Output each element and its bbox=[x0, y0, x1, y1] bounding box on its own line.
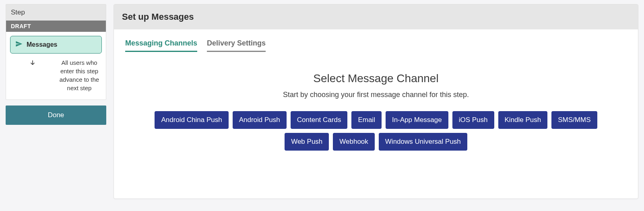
advance-note: All users who enter this step advance to… bbox=[10, 54, 102, 95]
channel-in-app-message[interactable]: In-App Message bbox=[386, 111, 448, 129]
messages-step[interactable]: Messages bbox=[10, 36, 102, 54]
arrow-down-icon bbox=[11, 58, 54, 68]
messages-step-label: Messages bbox=[27, 41, 58, 48]
main-panel: Set up Messages Messaging Channels Deliv… bbox=[114, 4, 638, 199]
sidebar-inner: Messages All users who enter this step a… bbox=[6, 32, 106, 99]
channel-android-china-push[interactable]: Android China Push bbox=[155, 111, 228, 129]
sidebar: Step DRAFT Messages All users who enter … bbox=[6, 4, 106, 211]
channel-section-subtitle: Start by choosing your first message cha… bbox=[125, 91, 627, 99]
advance-note-text: All users who enter this step advance to… bbox=[58, 58, 101, 92]
paper-plane-icon bbox=[15, 40, 23, 49]
channel-android-push[interactable]: Android Push bbox=[233, 111, 287, 129]
channel-windows-universal-push[interactable]: Windows Universal Push bbox=[379, 133, 467, 151]
sidebar-box: Step DRAFT Messages All users who enter … bbox=[6, 4, 106, 100]
tab-messaging-channels[interactable]: Messaging Channels bbox=[125, 39, 197, 52]
channel-ios-push[interactable]: iOS Push bbox=[452, 111, 494, 129]
step-header: Step bbox=[6, 4, 106, 21]
channel-content-cards[interactable]: Content Cards bbox=[291, 111, 348, 129]
tabs: Messaging Channels Delivery Settings bbox=[125, 39, 627, 52]
channel-sms-mms[interactable]: SMS/MMS bbox=[551, 111, 597, 129]
channel-webhook[interactable]: Webhook bbox=[333, 133, 375, 151]
panel-header: Set up Messages bbox=[114, 4, 638, 29]
draft-badge: DRAFT bbox=[6, 21, 106, 32]
channel-section: Select Message Channel Start by choosing… bbox=[125, 72, 627, 151]
channel-kindle-push[interactable]: Kindle Push bbox=[498, 111, 548, 129]
tab-delivery-settings[interactable]: Delivery Settings bbox=[207, 39, 266, 52]
app-container: Step DRAFT Messages All users who enter … bbox=[0, 0, 644, 211]
panel-body: Messaging Channels Delivery Settings Sel… bbox=[114, 29, 638, 199]
done-button[interactable]: Done bbox=[6, 106, 106, 125]
channel-email[interactable]: Email bbox=[351, 111, 382, 129]
channel-buttons: Android China Push Android Push Content … bbox=[155, 111, 597, 151]
channel-web-push[interactable]: Web Push bbox=[285, 133, 329, 151]
channel-section-title: Select Message Channel bbox=[125, 72, 627, 85]
